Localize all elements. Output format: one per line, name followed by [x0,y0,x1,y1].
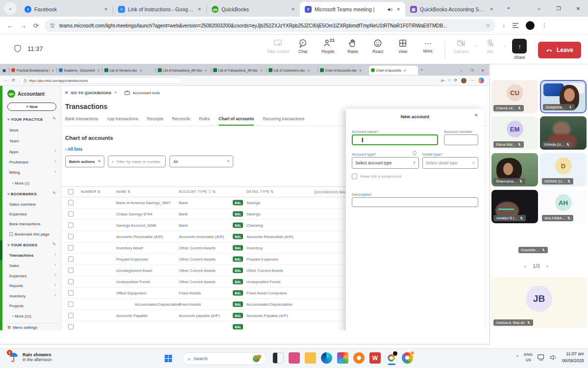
panel-close-icon[interactable]: ✕ [474,113,478,118]
subaccount-checkbox[interactable] [352,174,357,179]
sidebar-item-projects[interactable]: Projects [9,304,24,308]
file-explorer-icon[interactable] [305,352,316,364]
row-checkbox[interactable] [68,324,74,330]
close-tab-icon[interactable]: ✕ [98,69,100,72]
profile-avatar[interactable] [526,21,535,30]
new-tab-button[interactable]: + [502,2,515,15]
close-tab-icon[interactable]: ✕ [395,6,401,13]
inner-tab-vendors[interactable]: List of Vendors.xlsx ✕ [102,66,155,75]
sidebar-item-inventory[interactable]: Inventory [9,294,25,298]
inner-address-bar[interactable]: https://qbo.intuit.com/app/chartofaccoun… [20,77,182,84]
close-tab-icon[interactable]: ✕ [359,69,362,72]
inner-tab-customers[interactable]: List of Customers.xlsx ✕ [267,66,318,75]
reload-button[interactable]: ⟳ [33,22,39,29]
account-type-select[interactable]: Select account type˅ [352,157,419,169]
copilot-icon[interactable] [478,78,484,83]
participant-tile[interactable]: EM Elena Mal... [491,116,538,150]
mic-options-chevron[interactable]: ˅ [504,45,506,49]
bookmark-star-icon[interactable]: ☆ [485,23,490,28]
row-checkbox[interactable] [68,257,74,262]
tab-quickbooks-course[interactable]: ▤ QuickBooks Accounting Softw ✕ [405,2,498,17]
close-tab-icon[interactable]: ✕ [489,6,494,13]
camera-options-chevron[interactable]: ˅ [475,45,477,49]
sidebar-item-bank-transactions-bm[interactable]: Bank transactions [9,222,41,226]
participant-tile[interactable]: Sharmaine... [491,153,538,186]
chat-button[interactable]: Chat [292,39,315,54]
close-tab-icon[interactable]: ✕ [52,69,54,72]
participant-tile-large[interactable]: JB Joshua A. Bay-an [491,277,587,328]
row-checkbox[interactable] [68,211,74,217]
page-prev-icon[interactable]: ‹ [524,264,526,269]
edit-pencil-icon[interactable]: ✎ [52,242,56,246]
raise-hand-button[interactable]: Raise [342,39,365,54]
new-button[interactable]: + New [7,103,56,111]
taskbar-clock[interactable]: 11:07 am 06/09/2025 [562,351,584,364]
sidebar-item-bookmark-this-page[interactable]: Bookmark this page [9,232,49,237]
sidebar-section-bookmarks[interactable]: ˅ BOOKMARKS [7,192,37,196]
sidebar-item-team[interactable]: Team [9,139,19,143]
inner-reload-icon[interactable]: ⟳ [12,79,15,82]
browser-badge-icon[interactable] [402,352,413,364]
close-tab-icon[interactable]: ✕ [140,69,142,72]
sidebar-item-more-practice[interactable]: › More (1) [12,181,29,185]
wps-word-icon[interactable]: W [369,352,381,364]
sidebar-item-work[interactable]: Work [9,128,19,132]
tab-quickbooks[interactable]: qb QuickBooks ✕ [207,2,300,17]
row-checkbox[interactable] [68,245,74,251]
inner-tab-chart-of-accounts-active[interactable]: Chart of accounts ✕ [369,66,418,75]
inner-tab-coa-xlsx[interactable]: Chart of Accounts.xlsx ✕ [318,66,369,75]
mic-button[interactable]: Mic [479,39,502,54]
sidebar-item-expenses-bm[interactable]: Expenses [9,212,26,216]
row-checkbox[interactable] [68,290,74,296]
participant-tile[interactable]: D DERAS (U... [540,153,587,186]
edit-pencil-icon[interactable]: ✎ [52,117,56,121]
tray-chevron-icon[interactable]: ⌃ [515,355,519,360]
tab-reconcile[interactable]: Reconcile [172,116,190,126]
col-detail-type[interactable]: DETAIL TYPE ⇅ [246,190,273,194]
tab-receipts[interactable]: Receipts [147,116,163,126]
inner-close-button[interactable]: ✕ [477,69,489,72]
sidebar-section-your-books[interactable]: ˅ YOUR BOOKS [7,243,37,247]
col-quickbooks-balance[interactable]: QUICKBOOKS BAL [314,190,346,194]
language-switcher[interactable]: ENG US [524,352,533,363]
sidebar-item-more-books[interactable]: › More (11) [12,314,31,318]
sidebar-item-billing[interactable]: Billing [9,170,20,175]
participant-tile[interactable]: Erlinda (U... [540,116,587,150]
tab-chart-of-accounts[interactable]: Chart of accounts [219,116,254,126]
sidebar-section-your-practice[interactable]: ˅ YOUR PRACTICE [7,117,43,122]
inner-tab-transactions-ar[interactable]: List of transactions_AR.xlsx ✕ [156,66,211,75]
share-button[interactable]: ↑ Share [508,39,531,60]
participant-tile[interactable]: CU Cherrie Ul... [491,80,538,113]
address-bar[interactable]: teams.microsoft.com/light-meetings/launc… [45,19,495,32]
cast-icon[interactable] [538,354,545,361]
col-account-type[interactable]: ACCOUNT TYPE ⓘ ⇅ [179,190,216,194]
back-button[interactable]: ← [7,22,13,29]
read-aloud-icon[interactable]: Aᵃ [441,79,444,82]
tab-facebook[interactable]: f Facebook ✕ [20,2,113,17]
minimize-button[interactable]: – [529,6,549,11]
inner-new-tab-button[interactable]: + [421,68,423,72]
tab-search-button[interactable]: ⌄ [4,2,17,15]
sidebar-item-proadvisor[interactable]: ProAdvisor [9,160,28,164]
tab-rules[interactable]: Rules [199,116,210,126]
detail-type-select[interactable]: Select detail type˅ [422,157,478,169]
collections-icon[interactable]: ⟳ [454,79,457,82]
start-button[interactable] [165,355,172,362]
tab-google-doc[interactable]: ≡ Link of Instructions - Google D ✕ [113,2,206,17]
account-number-input[interactable] [444,134,478,145]
close-tab-icon[interactable]: ✕ [260,69,263,72]
row-checkbox[interactable] [68,279,74,285]
close-tab-icon[interactable]: ✕ [196,6,202,13]
type-filter-dropdown[interactable]: All˅ [170,156,233,167]
inner-back-icon[interactable]: ← [4,79,8,82]
row-checkbox[interactable] [68,313,74,318]
row-checkbox[interactable] [68,200,74,206]
sidebar-item-sales-overview[interactable]: Sales overview [9,202,36,207]
select-all-checkbox[interactable] [68,189,74,195]
pink-app-icon[interactable] [289,352,300,364]
react-button[interactable]: React [367,39,390,54]
chrome-active-icon[interactable] [386,352,397,364]
all-lists-link[interactable]: ‹ All lists [65,147,82,152]
row-checkbox[interactable] [68,234,74,239]
go-to-quickbooks-button[interactable]: GO TO QUICKBOOKS [71,91,112,95]
